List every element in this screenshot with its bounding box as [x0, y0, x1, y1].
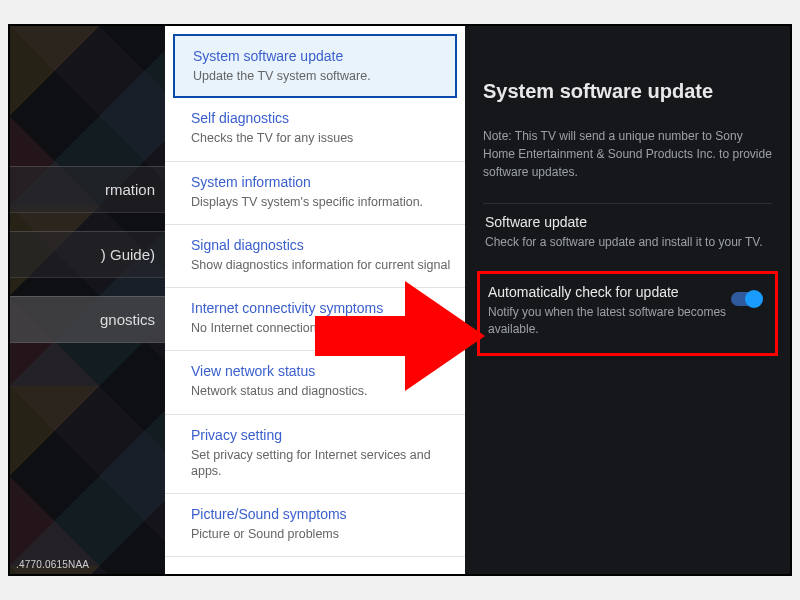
settings-item-title: View network status — [191, 363, 451, 379]
settings-item-view-network-status[interactable]: View network status Network status and d… — [165, 351, 465, 414]
detail-heading: System software update — [483, 80, 772, 103]
settings-item-title: System information — [191, 174, 451, 190]
settings-item-picture-sound[interactable]: Picture/Sound symptoms Picture or Sound … — [165, 494, 465, 557]
settings-item-desc: Displays TV system's specific informatio… — [191, 194, 451, 210]
settings-item-self-diagnostics[interactable]: Self diagnostics Checks the TV for any i… — [165, 98, 465, 161]
detail-note: Note: This TV will send a unique number … — [483, 127, 772, 181]
settings-item-desc: Set privacy setting for Internet service… — [191, 447, 451, 480]
settings-item-title: Privacy setting — [191, 427, 451, 443]
settings-item-title: Signal diagnostics — [191, 237, 451, 253]
settings-item-signal-diagnostics[interactable]: Signal diagnostics Show diagnostics info… — [165, 225, 465, 288]
sidebar-item[interactable]: ) Guide) — [10, 231, 165, 278]
settings-item-desc: Picture or Sound problems — [191, 526, 451, 542]
settings-item-internet-connectivity[interactable]: Internet connectivity symptoms No Intern… — [165, 288, 465, 351]
settings-item-system-information[interactable]: System information Displays TV system's … — [165, 162, 465, 225]
settings-item-desc: Show diagnostics information for current… — [191, 257, 451, 273]
settings-item-desc: No Internet connection — [191, 320, 451, 336]
settings-item-system-software-update[interactable]: System software update Update the TV sys… — [173, 34, 457, 98]
left-sidebar: rmation ) Guide) gnostics .4770.0615NAA — [10, 26, 165, 574]
settings-item-desc: Checks the TV for any issues — [191, 130, 451, 146]
settings-item-desc: Update the TV system software. — [193, 68, 443, 84]
settings-item-title: Picture/Sound symptoms — [191, 506, 451, 522]
firmware-version: .4770.0615NAA — [16, 559, 89, 570]
option-title: Automatically check for update — [488, 284, 767, 300]
option-software-update[interactable]: Software update Check for a software upd… — [483, 203, 772, 265]
sidebar-item[interactable]: gnostics — [10, 296, 165, 343]
settings-item-title: Self diagnostics — [191, 110, 451, 126]
app-window: rmation ) Guide) gnostics .4770.0615NAA … — [8, 24, 792, 576]
option-desc: Check for a software update and install … — [485, 234, 770, 251]
option-auto-check-update[interactable]: Automatically check for update Notify yo… — [477, 271, 778, 357]
settings-item-privacy-setting[interactable]: Privacy setting Set privacy setting for … — [165, 415, 465, 495]
option-desc: Notify you when the latest software beco… — [488, 304, 767, 338]
detail-panel: System software update Note: This TV wil… — [465, 26, 790, 574]
option-title: Software update — [485, 214, 770, 230]
settings-list: System software update Update the TV sys… — [165, 26, 465, 574]
settings-item-desc: Network status and diagnostics. — [191, 383, 451, 399]
settings-item-title: Internet connectivity symptoms — [191, 300, 451, 316]
sidebar-item[interactable]: rmation — [10, 166, 165, 213]
toggle-switch-on[interactable] — [731, 292, 761, 306]
settings-item-title: System software update — [193, 48, 443, 64]
